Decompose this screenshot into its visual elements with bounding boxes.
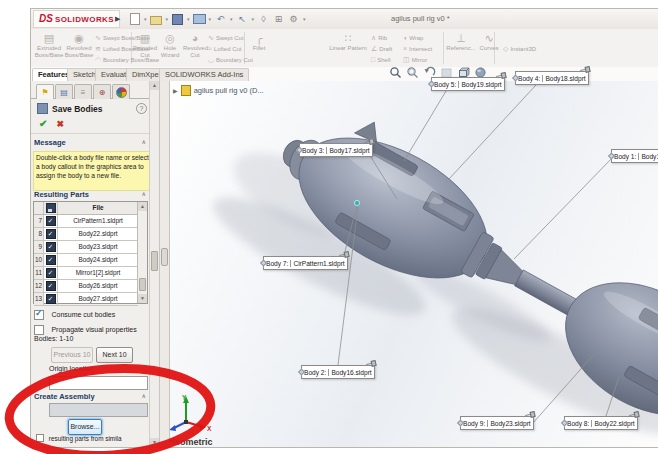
print-dropdown-icon[interactable]: ▾: [209, 16, 212, 22]
scroll-up-icon[interactable]: ▲: [138, 202, 147, 211]
scrollbar-thumb[interactable]: [139, 278, 146, 291]
extruded-boss-button[interactable]: ▤Extruded Boss/Base: [34, 32, 64, 59]
pushpin-icon[interactable]: [495, 71, 506, 79]
flyout-feature-tree[interactable]: ▶ agilus pull rig v0 (D...: [173, 85, 264, 96]
pushpin-icon[interactable]: [628, 410, 639, 418]
scrollbar-thumb[interactable]: [151, 251, 158, 271]
table-row[interactable]: 10✓Body24.sldprt: [34, 254, 138, 267]
next-10-button[interactable]: Next 10: [96, 347, 133, 363]
callout-body-7[interactable]: Body 7:CirPattern1.sldprt: [263, 256, 348, 270]
flyout-tree-label[interactable]: agilus pull rig v0 (D...: [194, 86, 264, 95]
callout-body-2[interactable]: Body 2:Body16.sldprt: [301, 365, 375, 379]
open-icon[interactable]: [150, 13, 163, 26]
revolved-cut-button[interactable]: ◕Revolved Cut: [183, 32, 207, 59]
appearance-icon[interactable]: ◊: [257, 13, 270, 26]
new-dropdown-icon[interactable]: ▾: [144, 16, 147, 22]
callout-body-8[interactable]: Body 8:Body22.sldprt: [564, 416, 638, 430]
table-row[interactable]: 8✓Body22.sldprt: [34, 228, 138, 241]
table-scrollbar[interactable]: ▲ ▼: [137, 202, 147, 303]
scroll-down-icon[interactable]: ▼: [138, 294, 147, 303]
row-save-checkbox[interactable]: ✓: [46, 255, 56, 265]
save-icon[interactable]: [171, 13, 184, 26]
new-document-icon[interactable]: [128, 13, 141, 26]
rib-button[interactable]: ∧Rib: [371, 32, 387, 43]
pushpin-icon[interactable]: [338, 250, 349, 258]
scroll-up-icon[interactable]: ▲: [150, 81, 159, 90]
shell-button[interactable]: □Shell: [371, 54, 391, 65]
collapse-chevron-icon[interactable]: ∧: [142, 392, 146, 399]
ok-button[interactable]: ✔: [39, 118, 47, 129]
row-save-checkbox[interactable]: ✓: [46, 268, 56, 278]
zoom-fit-icon[interactable]: [389, 66, 402, 79]
undo-dropdown-icon[interactable]: ▾: [230, 16, 233, 22]
table-row[interactable]: 11✓Mirror1[2].sldprt: [34, 267, 138, 280]
revolved-boss-button[interactable]: ◉Revolved Boss/Base: [64, 32, 94, 59]
mirror-button[interactable]: ◫Mirror: [403, 54, 427, 65]
instant3d-button[interactable]: ◇Instant3D: [503, 43, 536, 54]
draft-button[interactable]: ∠Draft: [371, 43, 392, 54]
boundary-cut-button[interactable]: ◡Boundary Cut: [208, 54, 253, 65]
save-dropdown-icon[interactable]: ▾: [187, 16, 190, 22]
fillet-button[interactable]: ╭Fillet: [246, 32, 272, 52]
checkbox-icon[interactable]: [36, 434, 44, 442]
intersect-button[interactable]: ×Intersect: [403, 43, 432, 54]
extruded-cut-button[interactable]: ▥Extruded Cut: [133, 32, 157, 59]
lofted-cut-button[interactable]: ≈Lofted Cut: [208, 43, 242, 54]
callout-body-9[interactable]: Body 9:Body23.sldprt: [460, 416, 534, 430]
wrap-button[interactable]: ◖Wrap: [403, 32, 423, 43]
tree-expand-icon[interactable]: ▶: [173, 87, 178, 94]
checkbox-icon[interactable]: [34, 310, 44, 320]
undo-icon[interactable]: ↶: [214, 13, 227, 26]
sheet-grid-icon[interactable]: ⊞: [272, 13, 285, 26]
featuremanager-tab[interactable]: ⚑: [36, 84, 54, 99]
pushpin-icon[interactable]: [524, 410, 535, 418]
resulting-parts-group-header[interactable]: Resulting Parts: [34, 190, 147, 199]
panel-splitter[interactable]: [159, 81, 170, 447]
checkbox-icon[interactable]: [34, 325, 44, 335]
table-row[interactable]: 7✓CirPattern1.sldprt: [34, 215, 138, 228]
help-icon[interactable]: ?: [136, 103, 147, 114]
tab-solidworks-addins[interactable]: SOLIDWORKS Add-Ins: [159, 68, 249, 82]
reference-geometry-button[interactable]: ⊥Referenc...: [445, 32, 477, 52]
print-icon[interactable]: [193, 13, 206, 26]
graphics-area[interactable]: [169, 81, 658, 447]
callout-body-1[interactable]: Body 1:Body1: [611, 149, 658, 163]
panel-scrollbar[interactable]: ▲ ▼: [149, 81, 159, 447]
displaymanager-tab[interactable]: [112, 84, 130, 99]
options-dropdown-icon[interactable]: ▾: [303, 16, 306, 22]
row-save-checkbox[interactable]: ✓: [46, 294, 56, 304]
swept-cut-button[interactable]: ∿Swept Cut: [208, 32, 244, 43]
propertymanager-tab[interactable]: ▤: [55, 84, 73, 99]
callout-body-3[interactable]: Body 3:Body17.sldprt: [299, 143, 373, 157]
collapse-chevron-icon[interactable]: ∧: [142, 190, 146, 197]
assembly-file-input[interactable]: [49, 403, 148, 417]
callout-body-5[interactable]: Body 5:Body19.sldprt: [431, 77, 505, 91]
browse-button[interactable]: Browse...: [68, 419, 102, 435]
splitter-grip[interactable]: [161, 248, 168, 266]
pushpin-icon[interactable]: [365, 359, 376, 367]
select-dropdown-icon[interactable]: ▾: [252, 16, 255, 22]
table-row[interactable]: 9✓Body23.sldprt: [34, 241, 138, 254]
row-save-checkbox[interactable]: ✓: [46, 242, 56, 252]
message-group-header[interactable]: Message: [34, 138, 147, 147]
row-save-checkbox[interactable]: ✓: [46, 216, 56, 226]
previous-10-button[interactable]: Previous 10: [51, 347, 93, 363]
curves-button[interactable]: ∿Curves: [477, 32, 501, 52]
row-save-checkbox[interactable]: ✓: [46, 229, 56, 239]
linear-pattern-button[interactable]: ∷Linear Pattern: [323, 32, 373, 52]
select-cursor-icon[interactable]: ↖: [236, 13, 249, 26]
pushpin-icon[interactable]: [579, 65, 590, 73]
dimxpertmanager-tab[interactable]: ⊕: [93, 84, 111, 99]
configurationmanager-tab[interactable]: ≡: [74, 84, 92, 99]
open-dropdown-icon[interactable]: ▾: [166, 16, 169, 22]
menu-expand-icon[interactable]: ▶: [115, 15, 120, 23]
cancel-button[interactable]: ✖: [56, 119, 64, 129]
table-row[interactable]: 12✓Body26.sldprt: [34, 280, 138, 293]
pushpin-icon[interactable]: [363, 137, 374, 145]
create-assembly-group-header[interactable]: Create Assembly: [34, 392, 147, 401]
collapse-chevron-icon[interactable]: ∧: [142, 138, 146, 145]
origin-location-input[interactable]: [49, 376, 148, 390]
row-save-checkbox[interactable]: ✓: [46, 281, 56, 291]
options-gear-icon[interactable]: ⚙: [287, 13, 300, 26]
zoom-area-icon[interactable]: [406, 66, 419, 79]
